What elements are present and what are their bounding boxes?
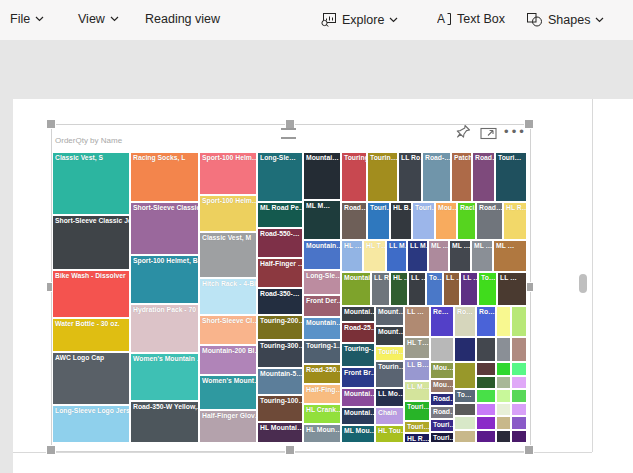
treemap-tile[interactable]	[511, 389, 527, 403]
treemap-visual[interactable]: Classic Vest, SShort-Sleeve Classic Jers…	[52, 152, 527, 443]
treemap-tile[interactable]: LL …	[443, 272, 460, 306]
treemap-tile[interactable]: Mou…	[435, 202, 457, 240]
treemap-tile[interactable]: Road-25…	[341, 322, 375, 343]
treemap-tile[interactable]	[430, 337, 454, 362]
treemap-tile[interactable]: Road-250…	[303, 364, 341, 384]
treemap-tile[interactable]: HL Mountai…	[257, 422, 303, 443]
treemap-tile[interactable]	[476, 389, 496, 403]
treemap-tile[interactable]	[496, 389, 511, 403]
treemap-tile[interactable]: Tourin…	[375, 346, 404, 361]
treemap-tile[interactable]: Mountain…	[303, 317, 341, 340]
treemap-tile[interactable]	[511, 306, 527, 337]
treemap-tile[interactable]: Touring-…	[341, 152, 367, 202]
treemap-tile[interactable]: Half-Fing…	[303, 384, 341, 404]
treemap-tile[interactable]: LL …	[408, 272, 426, 306]
treemap-tile[interactable]	[476, 362, 496, 376]
treemap-tile[interactable]: ML M…	[303, 200, 341, 240]
treemap-tile[interactable]: Women's Mountain …	[130, 353, 199, 401]
treemap-tile[interactable]: Racing Socks, L	[130, 152, 199, 202]
treemap-tile[interactable]: HL T…	[404, 337, 430, 359]
treemap-tile[interactable]: ML …	[449, 240, 471, 272]
treemap-tile[interactable]: Ro…	[476, 306, 496, 337]
treemap-tile[interactable]	[496, 337, 511, 362]
treemap-tile[interactable]: Long-Sle…	[257, 152, 303, 202]
treemap-tile[interactable]: AWC Logo Cap	[52, 352, 130, 405]
treemap-tile[interactable]: Mount…	[375, 306, 404, 326]
resize-handle-top-right[interactable]	[524, 119, 534, 129]
treemap-tile[interactable]	[476, 430, 496, 443]
treemap-tile[interactable]: Short-Sleeve Classic Jerse…	[52, 215, 130, 270]
treemap-tile[interactable]: HL Tou…	[375, 425, 404, 443]
more-options-icon[interactable]: • • •	[504, 128, 525, 136]
treemap-tile[interactable]: ML …	[471, 240, 493, 272]
treemap-tile[interactable]	[511, 430, 527, 443]
treemap-tile[interactable]	[496, 416, 511, 430]
menu-item-file[interactable]: File	[10, 12, 44, 26]
treemap-tile[interactable]	[496, 430, 511, 443]
treemap-tile[interactable]: LL R…	[371, 272, 390, 306]
treemap-tile[interactable]: LL M…	[404, 381, 430, 401]
menu-item-view[interactable]: View	[78, 12, 119, 26]
drag-handle-icon[interactable]	[281, 128, 296, 139]
treemap-tile[interactable]	[454, 403, 476, 416]
resize-handle-top-left[interactable]	[46, 119, 56, 129]
treemap-tile[interactable]: Touri…	[367, 202, 390, 240]
treemap-tile[interactable]: LL …	[460, 272, 478, 306]
treemap-tile[interactable]: ML …	[493, 240, 527, 272]
treemap-tile[interactable]: Touring-100…	[257, 395, 303, 422]
treemap-tile[interactable]: Touri…	[430, 419, 454, 432]
resize-handle-bottom-left[interactable]	[46, 445, 56, 455]
treemap-tile[interactable]: Sport-100 Helmet, B…	[130, 255, 199, 304]
treemap-tile[interactable]: Hitch Rack - 4-Bi…	[199, 278, 257, 315]
treemap-tile[interactable]: HL Crank…	[303, 404, 341, 424]
treemap-tile[interactable]: Mountai…	[341, 407, 375, 425]
treemap-tile[interactable]	[511, 337, 527, 362]
treemap-tile[interactable]: LL B…	[404, 359, 430, 381]
treemap-tile[interactable]	[476, 403, 496, 416]
treemap-tile[interactable]: To…	[478, 272, 497, 306]
treemap-tile[interactable]: Road…	[472, 152, 495, 202]
treemap-tile[interactable]: LL …	[404, 306, 430, 337]
resize-handle-bottom-right[interactable]	[524, 445, 534, 455]
treemap-tile[interactable]: Road…	[430, 406, 454, 419]
treemap-tile[interactable]: Mountai…	[341, 272, 371, 306]
treemap-tile[interactable]: Touri…	[495, 152, 527, 202]
treemap-tile[interactable]: Mountain-200 Bl…	[199, 345, 257, 375]
treemap-tile[interactable]: To…	[426, 272, 443, 306]
treemap-tile[interactable]	[496, 376, 511, 389]
treemap-tile[interactable]: Touring-…	[341, 343, 375, 367]
treemap-tile[interactable]	[496, 306, 511, 337]
treemap-tile[interactable]: LL M…	[386, 240, 407, 272]
treemap-tile[interactable]: Short-Sleeve Classic…	[130, 202, 199, 255]
treemap-tile[interactable]: Touri…	[404, 421, 430, 433]
pin-icon[interactable]	[456, 124, 471, 143]
treemap-tile[interactable]	[454, 416, 476, 430]
treemap-tile[interactable]: Touring-200…	[257, 315, 303, 340]
treemap-tile[interactable]: Classic Vest, S	[52, 152, 130, 215]
treemap-tile[interactable]: Water Bottle - 30 oz.	[52, 318, 130, 352]
treemap-tile[interactable]: Mountai…	[341, 388, 375, 407]
toolbar-text-box-button[interactable]: AText Box	[437, 12, 505, 26]
treemap-tile[interactable]: Touri…	[404, 401, 430, 421]
treemap-tile[interactable]: Touri…	[430, 432, 454, 443]
treemap-tile[interactable]: Half-Finger Glov…	[199, 410, 257, 443]
treemap-tile[interactable]: HL …	[341, 240, 363, 272]
treemap-tile[interactable]: Women's Mount…	[199, 375, 257, 410]
treemap-tile[interactable]: Sport-100 Helm…	[199, 152, 257, 195]
treemap-tile[interactable]: Mountai…	[341, 306, 375, 322]
treemap-tile[interactable]: LL Ro…	[398, 152, 422, 202]
toolbar-shapes-button[interactable]: Shapes	[526, 12, 604, 27]
treemap-tile[interactable]: Chain	[375, 407, 404, 425]
focus-mode-icon[interactable]	[480, 126, 497, 144]
treemap-tile[interactable]	[476, 416, 496, 430]
treemap-tile[interactable]	[476, 376, 496, 389]
treemap-tile[interactable]	[511, 362, 527, 376]
treemap-tile[interactable]	[496, 403, 511, 416]
treemap-tile[interactable]: Re…	[430, 306, 454, 337]
treemap-tile[interactable]	[454, 362, 476, 389]
treemap-tile[interactable]: HL R…	[503, 202, 527, 240]
treemap-tile[interactable]: Long-Sle…	[303, 270, 341, 295]
treemap-tile[interactable]: Classic Vest, M	[199, 232, 257, 278]
treemap-tile[interactable]: Tourin…	[375, 361, 404, 388]
treemap-tile[interactable]: HL T…	[363, 240, 386, 272]
